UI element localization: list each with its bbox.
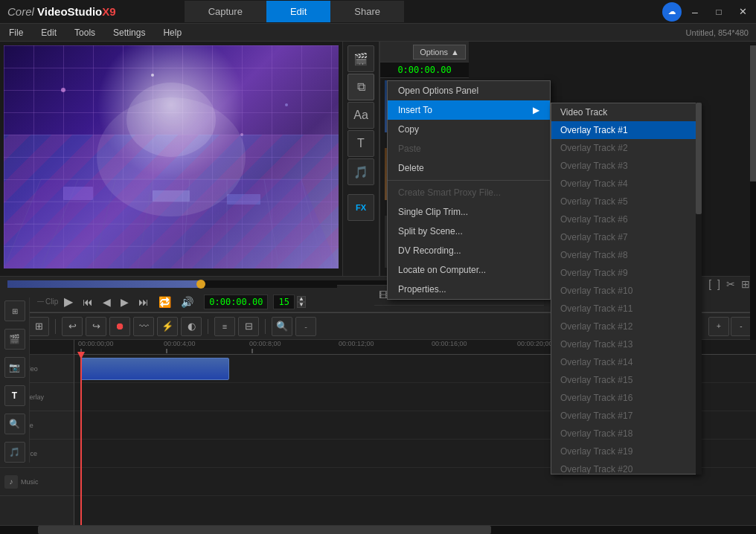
menu-settings[interactable]: Settings xyxy=(104,25,154,40)
video-clip[interactable] xyxy=(80,358,229,380)
submenu-overlay-12[interactable]: Overlay Track #12 xyxy=(551,318,699,335)
submenu-overlay-20[interactable]: Overlay Track #20 xyxy=(551,460,699,475)
svg-point-21 xyxy=(240,133,243,136)
ctx-copy[interactable]: Copy xyxy=(388,120,550,139)
submenu-overlay-17[interactable]: Overlay Track #17 xyxy=(551,407,699,425)
menu-help[interactable]: Help xyxy=(154,25,190,40)
title-tool-icon[interactable]: Aa xyxy=(347,102,374,129)
redo-btn[interactable]: ↪ xyxy=(86,317,106,336)
text-tool-icon[interactable]: T xyxy=(347,130,374,157)
h-scrollbar[interactable] xyxy=(0,525,756,534)
left-sidebar: ⊞ 🎬 📷 T 🔍 🎵 xyxy=(0,297,30,463)
video-icon-btn[interactable]: 🎬 xyxy=(4,329,25,350)
submenu-overlay-1[interactable]: Overlay Track #1 xyxy=(551,121,699,139)
video-tool-icon[interactable]: 🎬 xyxy=(347,45,374,72)
svg-point-20 xyxy=(151,74,154,77)
play-button[interactable]: ▶ xyxy=(60,293,77,310)
ctx-single-clip-trim[interactable]: Single Clip Trim... xyxy=(388,202,550,222)
ctx-open-options[interactable]: Open Options Panel xyxy=(388,81,550,100)
submenu-overlay-18[interactable]: Overlay Track #18 xyxy=(551,425,699,443)
camera-icon-btn[interactable]: 📷 xyxy=(4,357,25,378)
media-scrollbar[interactable] xyxy=(750,45,756,385)
undo-btn[interactable]: ↩ xyxy=(62,317,83,336)
submenu-scrollbar[interactable] xyxy=(696,103,702,475)
split-btn[interactable]: ⚡ xyxy=(157,317,178,336)
video-preview[interactable] xyxy=(4,45,339,268)
submenu-overlay-3[interactable]: Overlay Track #3 xyxy=(551,157,699,175)
zoom-btn[interactable]: 🔍 xyxy=(272,317,292,336)
smart-package-btn[interactable]: ⊞ xyxy=(4,300,25,321)
app-logo: Corel VideoStudioX9 xyxy=(7,5,125,18)
submenu-overlay-14[interactable]: Overlay Track #14 xyxy=(551,353,699,371)
submenu-video-track[interactable]: Video Track xyxy=(551,103,699,121)
menu-tools[interactable]: Tools xyxy=(65,25,104,40)
record-btn[interactable]: ⏺ xyxy=(109,317,130,336)
mute-btn[interactable]: ◐ xyxy=(181,317,202,336)
submenu-overlay-13[interactable]: Overlay Track #13 xyxy=(551,335,699,353)
ctx-properties[interactable]: Properties... xyxy=(388,280,550,299)
end-button[interactable]: ⏭ xyxy=(135,295,153,309)
capture-tab[interactable]: Capture xyxy=(185,1,266,22)
submenu-overlay-19[interactable]: Overlay Track #19 xyxy=(551,443,699,460)
ctx-dv-recording[interactable]: DV Recording... xyxy=(388,241,550,260)
storyboard-btn[interactable]: ⊞ xyxy=(28,317,49,336)
audio-tool-icon[interactable]: 🎵 xyxy=(347,158,374,185)
zoom-out-btn[interactable]: - xyxy=(295,317,316,336)
insert-submenu: Video Track Overlay Track #1 Overlay Tra… xyxy=(551,103,699,475)
duration-stepper[interactable]: ▲ ▼ xyxy=(297,296,306,308)
submenu-overlay-5[interactable]: Overlay Track #5 xyxy=(551,193,699,210)
music-icon-btn[interactable]: 🎵 xyxy=(4,442,25,463)
submenu-overlay-15[interactable]: Overlay Track #15 xyxy=(551,371,699,389)
overlay-tool-icon[interactable]: ⧉ xyxy=(347,74,374,100)
timecode-display: 0:00:00.00 xyxy=(204,295,268,309)
text-icon-btn[interactable]: T xyxy=(4,385,25,406)
submenu-overlay-8[interactable]: Overlay Track #8 xyxy=(551,246,699,264)
options-bar: Options ▲ xyxy=(380,42,469,62)
playhead[interactable] xyxy=(80,355,82,525)
next-frame-button[interactable]: ▶ xyxy=(117,295,132,309)
submenu-overlay-6[interactable]: Overlay Track #6 xyxy=(551,210,699,228)
menu-bar: File Edit Tools Settings Help Untitled, … xyxy=(0,24,756,42)
submenu-overlay-16[interactable]: Overlay Track #16 xyxy=(551,389,699,407)
submenu-overlay-9[interactable]: Overlay Track #9 xyxy=(551,264,699,282)
svg-rect-13 xyxy=(63,187,93,200)
menu-edit[interactable]: Edit xyxy=(32,25,65,40)
maximize-button[interactable]: □ xyxy=(708,4,729,20)
submenu-overlay-7[interactable]: Overlay Track #7 xyxy=(551,228,699,246)
audio-btn[interactable]: 〰 xyxy=(133,317,154,336)
ctx-insert-to[interactable]: Insert To ▶ xyxy=(388,100,550,120)
corel-cloud-icon[interactable]: ☁ xyxy=(662,2,682,22)
options-button[interactable]: Options ▲ xyxy=(413,45,466,59)
subtitle-btn[interactable]: ≡ xyxy=(214,317,235,336)
submenu-overlay-10[interactable]: Overlay Track #10 xyxy=(551,282,699,300)
edit-tab[interactable]: Edit xyxy=(266,1,330,22)
repeat-button[interactable]: 🔁 xyxy=(155,295,175,309)
cut-icon[interactable]: ✂ xyxy=(724,278,737,290)
close-button[interactable]: ✕ xyxy=(732,4,753,20)
volume-button[interactable]: 🔊 xyxy=(177,295,197,309)
fx-tool-icon[interactable]: FX xyxy=(347,194,374,221)
ctx-delete[interactable]: Delete xyxy=(388,158,550,178)
ctx-separator-1 xyxy=(388,180,550,181)
ctx-split-scene[interactable]: Split by Scene... xyxy=(388,222,550,241)
menu-file[interactable]: File xyxy=(0,25,32,40)
mark-out-icon[interactable]: ] xyxy=(715,278,723,290)
minimize-button[interactable]: – xyxy=(685,4,705,20)
submenu-overlay-2[interactable]: Overlay Track #2 xyxy=(551,139,699,157)
mark-in-icon[interactable]: [ xyxy=(706,278,714,290)
svg-point-17 xyxy=(126,83,216,157)
ctx-paste: Paste xyxy=(388,139,550,158)
track-manager-btn[interactable]: ⊟ xyxy=(238,317,259,336)
zoom-icon-btn[interactable]: 🔍 xyxy=(4,414,25,434)
share-tab[interactable]: Share xyxy=(330,1,404,22)
svg-point-19 xyxy=(285,103,288,106)
delete-track-btn[interactable]: - xyxy=(731,317,752,336)
start-button[interactable]: ⏮ xyxy=(79,295,97,309)
prev-frame-button[interactable]: ◀ xyxy=(99,295,115,309)
insert-track-btn[interactable]: + xyxy=(708,317,729,336)
submenu-overlay-4[interactable]: Overlay Track #4 xyxy=(551,175,699,193)
context-menu: Open Options Panel Insert To ▶ Copy Past… xyxy=(387,80,551,300)
ctx-locate-computer[interactable]: Locate on Computer... xyxy=(388,260,550,280)
browse-bar xyxy=(337,285,374,306)
submenu-overlay-11[interactable]: Overlay Track #11 xyxy=(551,300,699,318)
